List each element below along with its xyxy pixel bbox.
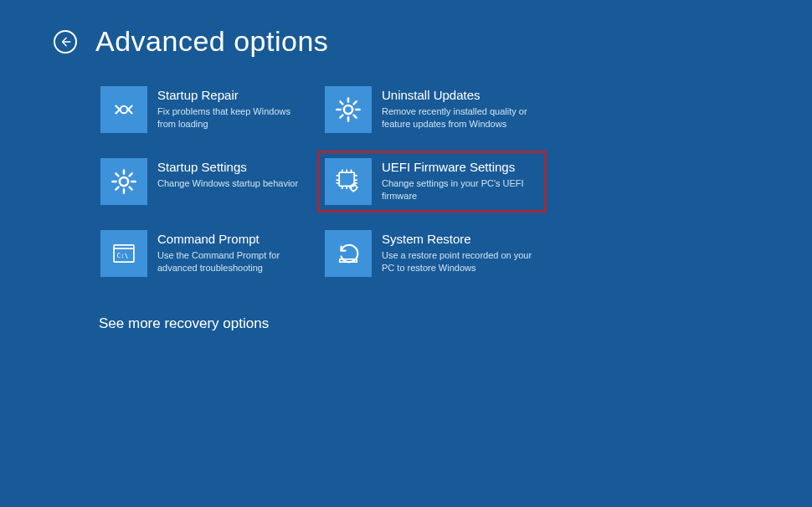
option-startup-settings[interactable]: Startup Settings Change Windows startup … (99, 156, 316, 207)
terminal-icon: C:\ (100, 230, 147, 277)
option-desc: Use the Command Prompt for advanced trou… (157, 249, 308, 274)
startup-repair-icon (100, 86, 147, 133)
chip-gear-icon (325, 158, 372, 205)
option-command-prompt[interactable]: C:\ Command Prompt Use the Command Promp… (99, 228, 316, 279)
svg-line-16 (130, 187, 132, 190)
option-title: System Restore (382, 232, 532, 246)
see-more-recovery-options[interactable]: See more recovery options (99, 315, 812, 332)
svg-line-8 (340, 115, 342, 118)
page-title: Advanced options (95, 25, 328, 58)
svg-point-0 (121, 106, 128, 114)
option-desc: Fix problems that keep Windows from load… (157, 105, 308, 131)
option-uefi-firmware[interactable]: UEFI Firmware Settings Change settings i… (323, 156, 541, 207)
option-title: Uninstall Updates (382, 88, 532, 102)
restore-icon (325, 230, 372, 277)
svg-line-6 (340, 101, 342, 104)
gear-icon (100, 158, 147, 205)
option-title: Command Prompt (157, 232, 308, 246)
option-desc: Use a restore point recorded on your PC … (382, 249, 532, 274)
option-desc: Change Windows startup behavior (157, 177, 298, 190)
option-uninstall-updates[interactable]: Uninstall Updates Remove recently instal… (323, 84, 541, 135)
svg-line-15 (116, 173, 118, 176)
option-desc: Remove recently installed quality or fea… (382, 105, 532, 131)
gear-icon (325, 86, 372, 133)
svg-point-1 (344, 105, 352, 114)
svg-rect-19 (339, 172, 354, 186)
option-system-restore[interactable]: System Restore Use a restore point recor… (323, 228, 541, 279)
svg-line-17 (116, 187, 118, 190)
header: Advanced options (0, 0, 812, 58)
svg-line-18 (130, 173, 132, 176)
svg-text:C:\: C:\ (117, 252, 129, 259)
arrow-left-icon (59, 36, 71, 48)
back-button[interactable] (54, 30, 77, 54)
option-title: Startup Settings (157, 160, 298, 174)
svg-point-10 (120, 177, 128, 186)
option-title: Startup Repair (157, 88, 308, 102)
option-startup-repair[interactable]: Startup Repair Fix problems that keep Wi… (99, 84, 316, 135)
svg-line-9 (354, 101, 357, 104)
option-title: UEFI Firmware Settings (382, 160, 532, 174)
svg-line-7 (354, 115, 357, 118)
options-grid: Startup Repair Fix problems that keep Wi… (99, 84, 812, 279)
option-desc: Change settings in your PC's UEFI firmwa… (382, 177, 532, 202)
